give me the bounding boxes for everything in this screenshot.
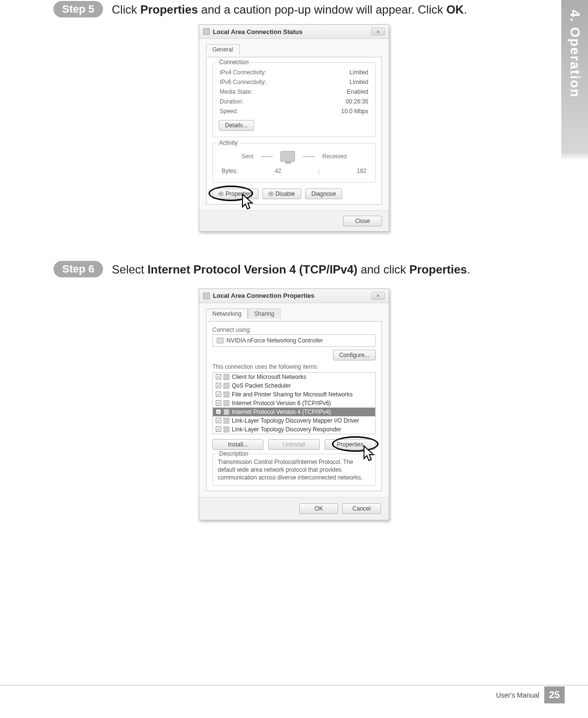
component-icon	[224, 383, 229, 389]
close-icon[interactable]: ✕	[371, 28, 385, 35]
description-label: Description	[217, 450, 251, 457]
checkbox-icon[interactable]: ✓	[216, 427, 221, 432]
footer-page-number: 25	[544, 686, 565, 703]
bytes-sent: 42	[275, 168, 281, 174]
list-item[interactable]: ✓Client for Microsoft Networks	[213, 373, 375, 381]
connection-status-dialog: Local Area Connection Status ✕ General C…	[199, 24, 389, 232]
dialog1-titlebar: Local Area Connection Status ✕	[199, 25, 389, 39]
shield-icon	[218, 190, 225, 197]
component-icon	[224, 427, 229, 432]
component-icon	[224, 418, 229, 424]
list-item[interactable]: ✓QoS Packet Scheduler	[213, 381, 375, 390]
checkbox-icon[interactable]: ✓	[216, 400, 221, 406]
ipv4-label: IPv4 Connectivity:	[220, 69, 266, 76]
group-connection-label: Connection	[217, 59, 251, 66]
dialog2-title: Local Area Connection Properties	[213, 292, 314, 299]
list-item[interactable]: ✓File and Printer Sharing for Microsoft …	[213, 390, 375, 399]
connection-properties-dialog: Local Area Connection Properties ✕ Netwo…	[199, 289, 389, 521]
page-footer: User's Manual 25	[0, 685, 588, 704]
checkbox-icon[interactable]: ✓	[216, 383, 221, 388]
diagnose-button[interactable]: Diagnose	[305, 188, 343, 199]
sent-label: Sent	[242, 153, 254, 160]
dialog2-titlebar: Local Area Connection Properties ✕	[199, 289, 389, 303]
checkbox-icon[interactable]: ✓	[216, 409, 221, 414]
monitor-icon	[280, 151, 295, 162]
checkbox-icon[interactable]: ✓	[216, 374, 221, 379]
checkbox-icon[interactable]: ✓	[216, 392, 221, 397]
tab-general[interactable]: General	[206, 44, 240, 54]
list-item[interactable]: ✓Link-Layer Topology Discovery Responder	[213, 425, 375, 434]
description-text: Transmission Control Protocol/Internet P…	[218, 458, 370, 482]
adapter-field: NVIDIA nForce Networking Controller	[212, 334, 376, 347]
list-item[interactable]: ✓Internet Protocol Version 6 (TCP/IPv6)	[213, 399, 375, 408]
step5-instruction: Click Properties and a caution pop-up wi…	[112, 2, 467, 17]
ipv6-label: IPv6 Connectivity:	[220, 79, 266, 85]
bytes-label: Bytes:	[222, 168, 238, 174]
tab-networking[interactable]: Networking	[206, 308, 248, 319]
duration-value: 00:26:35	[346, 98, 368, 105]
install-button[interactable]: Install...	[212, 439, 263, 450]
window-icon	[203, 292, 210, 299]
disable-button[interactable]: Disable	[262, 188, 301, 199]
side-chapter-text: 4. Operation	[567, 10, 582, 98]
ipv6-value: Limited	[349, 79, 368, 85]
window-icon	[203, 28, 210, 35]
close-icon[interactable]: ✕	[371, 292, 385, 300]
ok-button[interactable]: OK	[299, 503, 338, 514]
list-item[interactable]: ✓Link-Layer Topology Discovery Mapper I/…	[213, 416, 375, 425]
nic-icon	[217, 338, 224, 343]
footer-manual-label: User's Manual	[496, 691, 539, 699]
group-activity-label: Activity	[217, 139, 240, 146]
step5-badge: Step 5	[53, 1, 103, 17]
step5-row: Step 5 Click Properties and a caution po…	[53, 2, 535, 17]
details-button[interactable]: Details...	[219, 120, 254, 131]
close-button[interactable]: Close	[343, 216, 382, 226]
component-icon	[224, 400, 229, 406]
speed-value: 10.0 Mbps	[341, 108, 368, 115]
properties-button[interactable]: Properties	[325, 439, 376, 450]
connect-using-label: Connect using:	[212, 326, 376, 333]
received-label: Received	[322, 153, 346, 160]
items-listbox[interactable]: ✓Client for Microsoft Networks ✓QoS Pack…	[212, 372, 376, 434]
checkbox-icon[interactable]: ✓	[216, 418, 221, 423]
bytes-recv: 182	[357, 168, 366, 174]
media-value: Enabled	[347, 88, 368, 95]
step6-row: Step 6 Select Internet Protocol Version …	[53, 262, 535, 277]
configure-button[interactable]: Configure...	[333, 350, 376, 360]
component-icon	[224, 409, 229, 415]
list-item-selected[interactable]: ✓Internet Protocol Version 4 (TCP/IPv4)	[213, 408, 375, 416]
speed-label: Speed:	[220, 108, 238, 115]
tab-sharing[interactable]: Sharing	[248, 308, 280, 319]
duration-label: Duration:	[220, 98, 243, 105]
properties-button[interactable]: Properties	[212, 188, 259, 199]
component-icon	[224, 374, 229, 380]
uninstall-button: Uninstall	[268, 439, 319, 450]
step6-instruction: Select Internet Protocol Version 4 (TCP/…	[112, 262, 470, 277]
dialog1-title: Local Area Connection Status	[213, 28, 302, 35]
media-label: Media State:	[220, 88, 252, 95]
items-label: This connection uses the following items…	[212, 363, 376, 370]
step6-badge: Step 6	[53, 261, 103, 277]
adapter-name: NVIDIA nForce Networking Controller	[226, 337, 323, 344]
side-chapter-tab: 4. Operation	[561, 0, 588, 160]
ipv4-value: Limited	[349, 69, 368, 76]
shield-icon	[268, 190, 275, 197]
component-icon	[224, 392, 229, 397]
cancel-button[interactable]: Cancel	[342, 503, 381, 514]
